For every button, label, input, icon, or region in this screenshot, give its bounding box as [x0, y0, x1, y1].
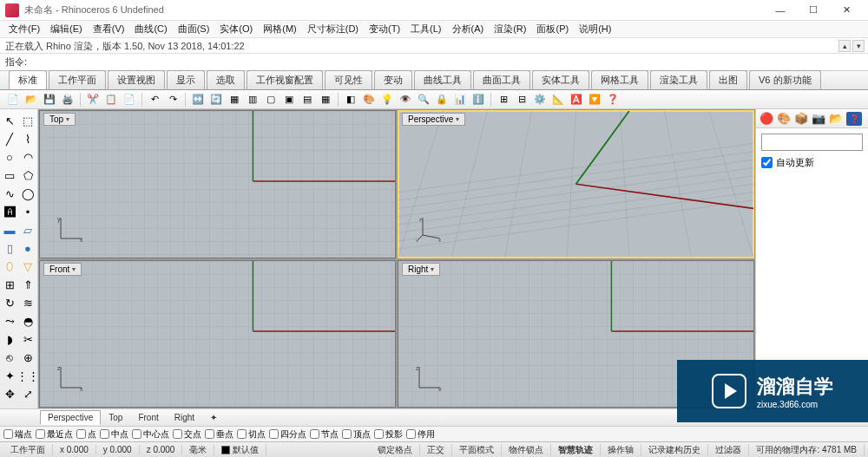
undo-icon[interactable]: ↶	[147, 92, 162, 108]
tool-tab[interactable]: 曲线工具	[414, 70, 471, 89]
status-filter[interactable]: 过滤器	[708, 444, 749, 456]
move-tool-icon[interactable]: ✥	[2, 386, 17, 402]
menu-item[interactable]: 工具(L)	[405, 21, 446, 37]
sweep-icon[interactable]: ⤳	[2, 313, 17, 329]
print-icon[interactable]: 🖨️	[60, 92, 76, 108]
join-icon[interactable]: ⊕	[20, 349, 36, 365]
osnap-toggle[interactable]: 节点	[310, 428, 339, 441]
project-icon[interactable]: ⊟	[514, 92, 529, 108]
status-history[interactable]: 记录建构历史	[641, 444, 708, 456]
status-smarttrack[interactable]: 智慧轨迹	[551, 444, 601, 456]
help-tab-icon[interactable]: ❓	[846, 112, 862, 126]
options-icon[interactable]: ⚙️	[532, 92, 548, 108]
osnap-toggle[interactable]: 停用	[406, 428, 435, 441]
status-cplane[interactable]: 工作平面	[3, 444, 53, 456]
tool-tab[interactable]: 标准	[9, 70, 47, 89]
properties-icon[interactable]: ℹ️	[470, 92, 486, 108]
command-line[interactable]: 指令:	[0, 54, 868, 71]
boolean-icon[interactable]: ◓	[20, 313, 36, 329]
open-icon[interactable]: 📂	[23, 92, 39, 108]
move-icon[interactable]: ↔️	[190, 92, 206, 108]
ungroup-icon[interactable]: ▥	[245, 92, 260, 108]
menu-item[interactable]: 编辑(E)	[45, 21, 88, 37]
status-planar[interactable]: 平面模式	[452, 444, 502, 456]
menu-item[interactable]: 变动(T)	[364, 21, 405, 37]
layers-tab-icon[interactable]: 📦	[794, 112, 808, 126]
auto-update-checkbox[interactable]: 自动更新	[761, 156, 863, 169]
layer-icon[interactable]: 📊	[452, 92, 468, 108]
surface-icon[interactable]: ▬	[2, 222, 17, 238]
split-icon[interactable]: ⎋	[2, 349, 17, 365]
dim-icon[interactable]: 📐	[550, 92, 566, 108]
view-tab[interactable]: Top	[101, 410, 130, 425]
osnap-toggle[interactable]: 投影	[374, 428, 403, 441]
osnap-toggle[interactable]: 中心点	[132, 428, 169, 441]
status-units[interactable]: 毫米	[182, 444, 214, 456]
new-icon[interactable]: 📄	[5, 92, 21, 108]
tool-tab[interactable]: 设置视图	[108, 70, 165, 89]
extrude-icon[interactable]: ⇑	[20, 277, 36, 292]
scale-icon[interactable]: ⤢	[20, 386, 36, 402]
tool-tab[interactable]: 显示	[167, 70, 205, 89]
tool-tab[interactable]: 网格工具	[591, 70, 648, 89]
trim-icon[interactable]: ✂	[20, 331, 36, 347]
folder-tab-icon[interactable]: 📂	[829, 112, 843, 126]
camera-tab-icon[interactable]: 📷	[812, 112, 825, 126]
align-icon[interactable]: ⊞	[496, 92, 511, 108]
ellipse-icon[interactable]: ◯	[20, 186, 36, 201]
osnap-toggle[interactable]: 顶点	[342, 428, 371, 441]
save-icon[interactable]: 💾	[42, 92, 57, 108]
status-gridsnap[interactable]: 锁定格点	[371, 444, 420, 456]
box-icon[interactable]: ▯	[2, 240, 17, 256]
revolve-icon[interactable]: ↻	[2, 295, 17, 310]
filter-icon[interactable]: 🔽	[587, 92, 602, 108]
menu-item[interactable]: 面板(P)	[531, 21, 574, 37]
menu-item[interactable]: 尺寸标注(D)	[302, 21, 364, 37]
status-osnap[interactable]: 物件锁点	[502, 444, 551, 456]
menu-item[interactable]: 网格(M)	[258, 21, 302, 37]
select-icon[interactable]: ▢	[263, 92, 279, 108]
tool-tab[interactable]: V6 的新功能	[749, 70, 821, 89]
copy-icon[interactable]: 📋	[103, 92, 119, 108]
sphere-icon[interactable]: ●	[20, 240, 36, 256]
tool-tab[interactable]: 工作视窗配置	[247, 70, 323, 89]
show-icon[interactable]: 🔍	[416, 92, 431, 108]
render-icon[interactable]: 💡	[379, 92, 395, 108]
status-ortho[interactable]: 正交	[420, 444, 452, 456]
cplane-icon[interactable]: ◧	[343, 92, 358, 108]
polyline-icon[interactable]: ⌇	[20, 131, 36, 147]
arc-icon[interactable]: ◠	[20, 149, 36, 165]
tool-tab[interactable]: 实体工具	[532, 70, 589, 89]
paste-icon[interactable]: 📄	[122, 92, 137, 108]
close-button[interactable]: ✕	[830, 0, 863, 21]
history-scroll-down-button[interactable]: ▾	[852, 40, 865, 52]
viewport-label-perspective[interactable]: Perspective▾	[402, 113, 465, 126]
lock-icon[interactable]: 🔒	[434, 92, 450, 108]
text-tool-icon[interactable]: 🅰	[2, 204, 17, 219]
maximize-button[interactable]: ☐	[797, 0, 830, 21]
explode-icon[interactable]: ✦	[2, 368, 17, 383]
tool-tab[interactable]: 变动	[374, 70, 412, 89]
tool-tab[interactable]: 可见性	[325, 70, 372, 89]
mesh-icon[interactable]: ⊞	[2, 277, 17, 292]
tool-tab[interactable]: 曲面工具	[473, 70, 530, 89]
add-view-tab[interactable]: ✦	[202, 410, 225, 425]
osnap-toggle[interactable]: 交点	[173, 428, 201, 441]
menu-item[interactable]: 文件(F)	[3, 21, 45, 37]
help-icon[interactable]: ❓	[605, 92, 621, 108]
group-icon[interactable]: ▦	[227, 92, 242, 108]
view-tab[interactable]: Front	[130, 410, 166, 425]
menu-item[interactable]: 分析(A)	[447, 21, 490, 37]
redo-icon[interactable]: ↷	[165, 92, 181, 108]
render-tab-icon[interactable]: 🔴	[760, 112, 773, 126]
preview-swatch[interactable]	[761, 134, 863, 151]
command-input[interactable]	[30, 57, 863, 68]
text-icon[interactable]: 🅰️	[569, 92, 584, 108]
view-tab[interactable]: Perspective	[40, 410, 101, 425]
osnap-toggle[interactable]: 中点	[100, 428, 128, 441]
viewport-top[interactable]: Top▾ xy	[39, 110, 396, 258]
menu-item[interactable]: 曲线(C)	[129, 21, 172, 37]
plane-icon[interactable]: ▱	[20, 222, 36, 238]
layout-icon[interactable]: ▤	[299, 92, 315, 108]
polygon-icon[interactable]: ⬠	[20, 167, 36, 183]
